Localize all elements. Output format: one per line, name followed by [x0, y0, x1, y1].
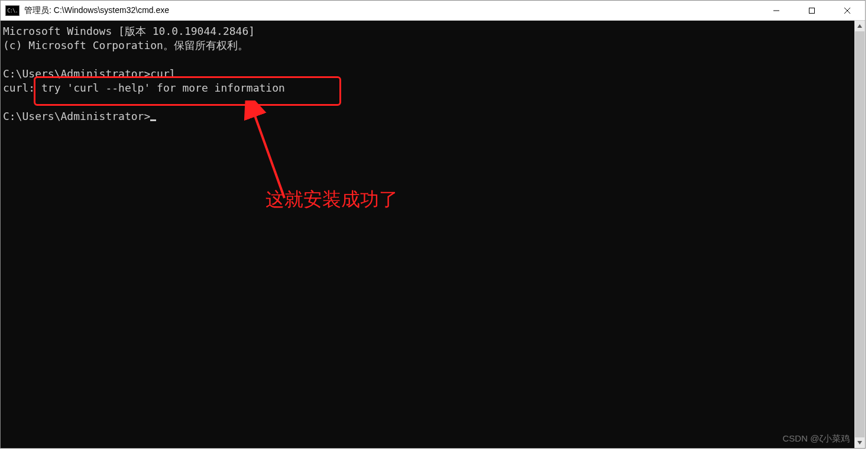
cmd-icon-text: C:\. — [7, 8, 18, 14]
titlebar[interactable]: C:\. 管理员: C:\Windows\system32\cmd.exe — [1, 1, 865, 21]
terminal-output[interactable]: Microsoft Windows [版本 10.0.19044.2846] (… — [1, 21, 854, 448]
cursor-icon — [150, 119, 156, 121]
terminal-prompt: C:\Users\Administrator> — [3, 110, 150, 122]
svg-line-4 — [254, 112, 284, 198]
close-button[interactable] — [830, 1, 865, 20]
terminal-line: Microsoft Windows [版本 10.0.19044.2846] — [3, 25, 255, 37]
scroll-thumb[interactable] — [855, 31, 864, 437]
terminal-line: (c) Microsoft Corporation。保留所有权利。 — [3, 39, 248, 51]
scroll-up-icon[interactable] — [854, 21, 865, 31]
app-window: C:\. 管理员: C:\Windows\system32\cmd.exe Mi… — [0, 0, 866, 449]
annotation-caption: 这就安装成功了 — [265, 192, 398, 206]
terminal-area: Microsoft Windows [版本 10.0.19044.2846] (… — [1, 21, 865, 448]
scroll-down-icon[interactable] — [854, 437, 865, 448]
watermark-text: CSDN @ζ小菜鸡 — [782, 431, 850, 446]
terminal-line: C:\Users\Administrator>curl — [3, 67, 176, 80]
maximize-button[interactable] — [794, 1, 830, 20]
window-controls — [759, 1, 865, 20]
window-title: 管理员: C:\Windows\system32\cmd.exe — [24, 5, 169, 16]
terminal-line: curl: try 'curl --help' for more informa… — [3, 82, 285, 94]
svg-rect-1 — [809, 8, 815, 13]
vertical-scrollbar[interactable] — [854, 21, 865, 448]
minimize-button[interactable] — [759, 1, 794, 20]
annotation-arrow-icon — [243, 100, 296, 204]
cmd-icon: C:\. — [5, 5, 20, 16]
